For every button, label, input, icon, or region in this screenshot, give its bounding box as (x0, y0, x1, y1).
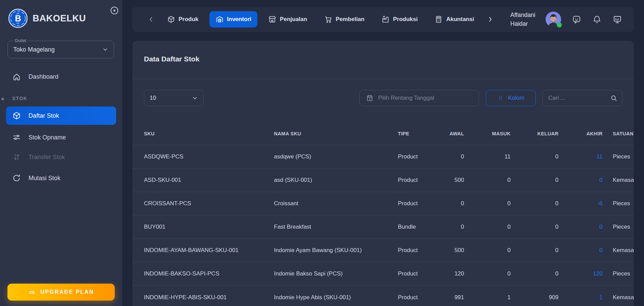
cell-sku: BUY001 (144, 224, 274, 230)
tab-akuntansi[interactable]: Akuntansi (428, 11, 480, 27)
header-awal: AWAL (442, 131, 464, 136)
table-row[interactable]: BUY001 Fast Breakfast Bundle 0 0 0 0 Pie… (132, 215, 634, 239)
cell-masuk: 0 (464, 270, 511, 277)
tab-produk[interactable]: Produk (161, 11, 205, 27)
sidebar-item-label: Mutasi Stok (29, 175, 60, 182)
chevron-right-icon[interactable] (485, 14, 495, 24)
stock-table: SKU NAMA SKU TIPE AWAL MASUK KELUAR AKHI… (132, 122, 634, 306)
table-row[interactable]: ASDQWE-PCS asdqwe (PCS) Product 0 11 0 1… (132, 145, 634, 169)
cell-nama: asd (SKU-001) (274, 177, 398, 184)
nav-tab-strip: Produk Inventori Penjualan Pembelian Pro… (146, 11, 495, 27)
akhir-link[interactable]: 0 (558, 177, 603, 184)
header-nama-sku: NAMA SKU (274, 131, 398, 136)
sidebar-item-stok-opname[interactable]: Stok Opname (6, 130, 116, 145)
factory-icon (382, 15, 390, 23)
sidebar-item-label: Stok Opname (29, 134, 66, 141)
cell-keluar: 0 (511, 224, 558, 230)
akhir-link[interactable]: 0 (558, 224, 603, 230)
circle-dot-icon[interactable] (109, 5, 120, 16)
refresh-icon (12, 174, 21, 183)
tab-pembelian[interactable]: Pembelian (318, 11, 371, 27)
monitor-chart-icon[interactable] (612, 14, 622, 24)
table-row[interactable]: ASD-SKU-001 asd (SKU-001) Product 500 0 … (132, 169, 634, 192)
outlet-value: Toko Magelang (13, 46, 102, 53)
package-icon (12, 111, 21, 120)
tab-penjualan[interactable]: Penjualan (262, 11, 313, 27)
cell-satuan: Kemasan (603, 294, 634, 301)
cell-awal: 120 (442, 270, 464, 277)
page-title: Data Daftar Stok (144, 55, 199, 63)
cell-masuk: 0 (464, 200, 511, 207)
kolom-button[interactable]: Kolom (486, 90, 536, 106)
chevron-left-icon[interactable] (146, 14, 156, 24)
sidebar: B BAKOELKU Outlet Toko Magelang Dashboar… (0, 0, 122, 306)
date-range-input[interactable]: Pilih Rentang Tanggal (360, 90, 479, 106)
tab-inventori[interactable]: Inventori (209, 11, 258, 27)
tab-label: Produksi (393, 16, 418, 23)
calculator-icon (435, 15, 443, 23)
message-smile-icon[interactable] (571, 14, 582, 24)
sidebar-item-dashboard[interactable]: Dashboard (6, 69, 116, 84)
upgrade-plan-button[interactable]: UPGRADE PLAN (7, 284, 115, 301)
sidebar-item-daftar-stok[interactable]: Daftar Stok (6, 107, 116, 125)
transfer-arrows-icon (12, 153, 21, 161)
cell-awal: 500 (442, 177, 464, 184)
table-controls: 10 Pilih Rentang Tanggal Kolom (144, 90, 623, 106)
table-row[interactable]: INDOMIE-AYAM-BAWANG-SKU-001 Indomie Ayam… (132, 239, 634, 262)
cell-satuan: Pieces (603, 200, 634, 207)
sidebar-item-mutasi-stok[interactable]: Mutasi Stok (6, 170, 116, 186)
cell-masuk: 11 (464, 153, 511, 160)
akhir-link[interactable]: 1 (558, 294, 603, 301)
outlet-select[interactable]: Outlet Toko Magelang (7, 41, 114, 58)
cell-sku: INDOMIE-HYPE-ABIS-SKU-001 (144, 294, 274, 301)
cell-tipe: Bundle (398, 224, 442, 230)
bell-icon[interactable] (592, 14, 602, 24)
top-navigation: Produk Inventori Penjualan Pembelian Pro… (132, 7, 634, 32)
cell-nama: Indomie Bakso Sapi (PCS) (274, 270, 398, 277)
cell-tipe: Product (398, 200, 442, 207)
store-icon (268, 15, 276, 23)
table-row[interactable]: INDOMIE-BAKSO-SAPI-PCS Indomie Bakso Sap… (132, 262, 634, 286)
akhir-link[interactable]: 11 (558, 153, 603, 160)
search-icon (610, 94, 618, 102)
controls-right-group: Pilih Rentang Tanggal Kolom (360, 90, 623, 106)
cell-awal: 0 (442, 200, 464, 207)
akhir-link[interactable]: 0 (558, 247, 603, 254)
cell-keluar: 0 (511, 270, 558, 277)
akhir-link[interactable]: 120 (558, 270, 603, 277)
cell-tipe: Product (398, 153, 442, 160)
cell-sku: INDOMIE-BAKSO-SAPI-PCS (144, 270, 274, 277)
cell-satuan: Pieces (603, 153, 634, 160)
cell-tipe: Product (398, 294, 442, 301)
header-tipe: TIPE (398, 131, 442, 136)
cell-tipe: Product (398, 247, 442, 254)
calendar-icon (366, 94, 373, 102)
user-name-line2: Haidar (510, 19, 535, 28)
cell-satuan: Kemasan (603, 177, 634, 184)
table-header-row: SKU NAMA SKU TIPE AWAL MASUK KELUAR AKHI… (132, 122, 634, 145)
table-row[interactable]: INDOMIE-HYPE-ABIS-SKU-001 Indomie Hype A… (132, 286, 634, 306)
cell-sku: CROISSANT-PCS (144, 200, 274, 207)
cube-icon (167, 15, 175, 23)
avatar[interactable] (546, 12, 561, 27)
cell-masuk: 0 (464, 247, 511, 254)
page-size-select[interactable]: 10 (144, 90, 204, 106)
sliders-icon (12, 133, 21, 142)
cell-satuan: Pieces (603, 270, 634, 277)
table-row[interactable]: CROISSANT-PCS Croissant Product 0 0 0 -6… (132, 192, 634, 215)
header-masuk: MASUK (464, 131, 511, 136)
cell-tipe: Product (398, 177, 442, 184)
search-input[interactable] (548, 95, 610, 101)
tab-produksi[interactable]: Produksi (375, 11, 424, 27)
header-akhir: AKHIR (558, 131, 603, 136)
user-name[interactable]: Affandani Haidar (510, 11, 535, 28)
cell-sku: INDOMIE-AYAM-BAWANG-SKU-001 (144, 247, 274, 254)
cell-keluar: 0 (511, 153, 558, 160)
section-label-stok: STOK (12, 96, 27, 101)
search-box (542, 90, 623, 106)
akhir-link[interactable]: -6 (558, 200, 603, 207)
table-body: ASDQWE-PCS asdqwe (PCS) Product 0 11 0 1… (132, 145, 634, 306)
sidebar-item-transfer-stok: Transfer Stok (6, 149, 116, 165)
divider (132, 79, 634, 79)
cell-nama: Fast Breakfast (274, 224, 398, 230)
